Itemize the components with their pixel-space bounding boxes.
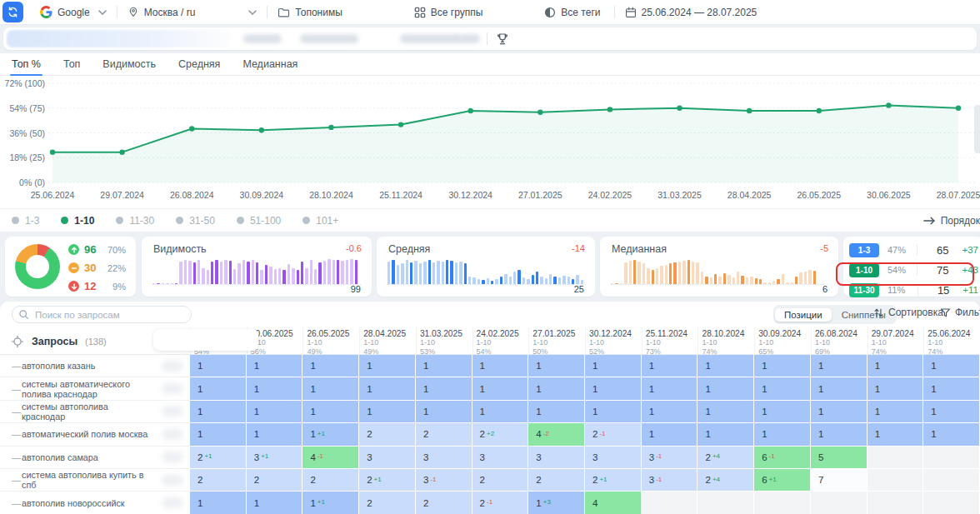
top-range-row-11-30[interactable]: 11-3011%15+11 [849,280,978,300]
table-toolbar: Позиции Сниппеты Сортировка Фильтр [0,302,980,327]
drag-handle[interactable]: — [0,407,22,417]
blurred-cell [154,377,190,400]
date-column-header[interactable]: 26.05.20251-1049% [302,327,359,355]
trophy-button[interactable] [495,30,513,48]
filter-button[interactable]: Фильтр [940,307,980,318]
legend-item-31-50[interactable]: 31-50 [176,215,215,227]
data-point[interactable] [886,102,891,107]
groups-selector[interactable]: Все группы [404,7,493,18]
date-column-header[interactable]: 26.08.20241-1069% [811,327,868,355]
date-column-header[interactable]: 29.07.20241-1074% [868,327,924,355]
position-cell: 2+1 [190,447,247,469]
average-sparkline [388,258,584,285]
data-point[interactable] [189,126,194,131]
spark-bar [450,261,452,284]
tab-Топ[interactable]: Топ [63,53,80,75]
target-icon[interactable] [11,335,24,348]
spark-bar [545,278,548,284]
drag-handle[interactable]: — [0,452,22,462]
drag-handle[interactable]: — [0,361,22,371]
query-link[interactable]: автополив казань [22,361,98,371]
blurred-active-project[interactable] [7,30,232,47]
date-column-header[interactable]: 30.12.20241-1052% [585,327,642,355]
position-value: 1 [310,384,315,394]
tags-selector[interactable]: Все теги [534,7,610,18]
position-value: 2 [198,475,202,485]
column-date: 26.08.2024 [815,329,868,338]
visibility-card[interactable]: Видимость -0.6 99 [142,237,372,297]
position-value: 1 [762,384,767,394]
sort-button[interactable]: Сортировка [873,307,943,318]
chart-scroll-handle[interactable] [974,105,980,153]
drag-handle[interactable]: — [0,475,22,485]
query-link[interactable]: автоматический полив москва [22,429,151,439]
legend-item-11-30[interactable]: 11-30 [116,215,154,227]
data-point[interactable] [328,125,333,130]
drag-handle[interactable]: — [0,498,22,508]
average-position-card[interactable]: Средняя -14 25 [377,237,595,297]
legend-item-51-100[interactable]: 51-100 [237,215,281,227]
date-column-header[interactable]: 28.04.20251-1049% [359,327,416,355]
query-link[interactable]: системы автополива краснодар [22,402,154,422]
legend-item-1-10[interactable]: 1-10 [61,215,94,227]
changes-donut-card[interactable]: 96 70% 30 22% 12 9% [5,237,136,297]
legend-dot [61,217,68,224]
order-link[interactable]: Порядок [923,209,980,232]
tab-Средняя[interactable]: Средняя [178,53,220,75]
data-point[interactable] [468,108,472,113]
sort-arrows-icon [873,307,884,318]
range-count: 65 [918,244,948,257]
legend-item-101+[interactable]: 101+ [302,215,338,227]
tab-Медианная[interactable]: Медианная [242,53,298,75]
legend-item-1-3[interactable]: 1-3 [12,215,39,227]
search-engine-selector[interactable]: Google [30,6,117,18]
date-column-header[interactable]: 25.11.20241-1073% [642,327,698,355]
date-column-header[interactable]: 24.02.20251-1054% [472,327,529,355]
median-position-card[interactable]: Медианная -5 6 [600,237,838,297]
data-point[interactable] [50,149,55,154]
card-title: Видимость [153,243,207,255]
data-point[interactable] [608,107,612,112]
chevron-down-icon [248,10,257,15]
data-point[interactable] [747,108,752,113]
data-point[interactable] [956,106,961,111]
query-link[interactable]: автополив самара [22,452,102,462]
date-column-header[interactable]: 28.10.20241-1074% [698,327,754,355]
position-cell: 1 [868,355,924,377]
query-link[interactable]: система автополива купить в спб [22,470,154,490]
spark-bar [179,262,182,284]
positions-tab[interactable]: Позиции [775,308,832,322]
top-range-row-1-3[interactable]: 1-347%65+37 [849,240,978,260]
region-selector[interactable]: Москва / ru [118,6,268,18]
data-point[interactable] [677,106,682,111]
refresh-button[interactable] [2,2,23,22]
search-input[interactable] [12,306,192,323]
tab-Видимость[interactable]: Видимость [102,53,156,75]
position-value: 2 [592,429,598,439]
position-cell: 2 [472,469,529,492]
date-column-header[interactable]: 25.06.20241-1074% [923,327,980,355]
date-column-header[interactable]: 30.09.20241-1065% [754,327,811,355]
top-range-row-1-10[interactable]: 1-1054%75+43 [849,260,978,280]
query-link[interactable]: автополив новороссийск [22,498,128,508]
position-value: 1 [818,361,823,371]
data-point[interactable] [538,110,542,115]
spark-bar [732,277,735,284]
group-folder-selector[interactable]: Топонимы [268,7,352,18]
query-link[interactable]: системы автоматического полива краснодар [22,379,154,399]
position-change: -2 [543,430,549,437]
date-column-header[interactable]: 27.01.20251-1050% [528,327,585,355]
data-point[interactable] [817,108,822,113]
spark-bar [540,277,542,284]
data-point[interactable] [398,122,403,127]
chart-card: Топ %ТопВидимостьСредняяМедианная 72% (1… [0,53,980,232]
data-point[interactable] [119,149,124,154]
drag-handle[interactable]: — [0,429,22,439]
data-point[interactable] [259,127,264,132]
queries-label[interactable]: Запросы [32,336,78,347]
date-column-header[interactable]: 31.03.20251-1053% [416,327,472,355]
drag-handle[interactable]: — [0,384,22,394]
date-range-picker[interactable]: 25.06.2024 — 28.07.2025 [615,7,768,18]
tab-Топ %[interactable]: Топ % [12,53,41,75]
position-cell: 3+1 [247,447,303,469]
